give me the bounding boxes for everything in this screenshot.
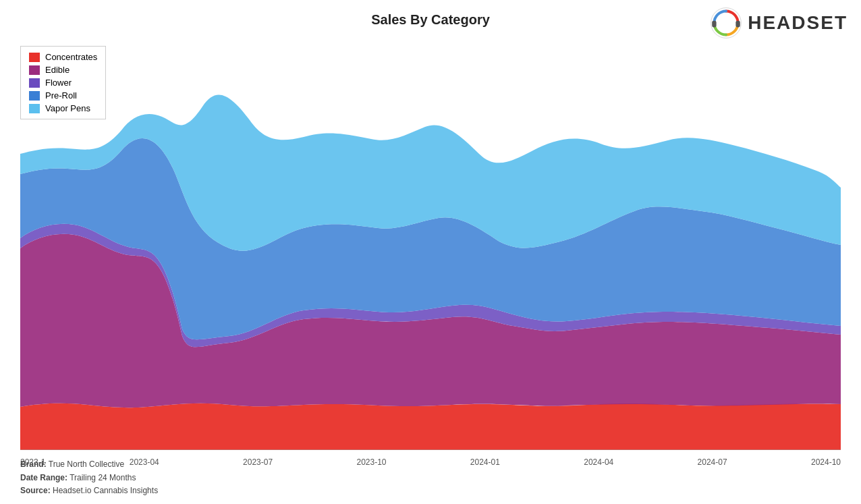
footer-brand: Brand: True North Collective	[20, 458, 158, 471]
footer-date-range-label: Date Range:	[20, 473, 67, 482]
legend-item-vaporpens: Vapor Pens	[29, 103, 97, 113]
footer-source-label: Source:	[20, 486, 51, 495]
chart-legend: Concentrates Edible Flower Pre-Roll Vapo…	[20, 46, 106, 119]
logo-text: HEADSET	[748, 12, 848, 34]
footer-date-range: Date Range: Trailing 24 Months	[20, 472, 158, 484]
x-label-2: 2023-07	[243, 457, 273, 467]
chart-area	[20, 39, 841, 450]
logo-icon	[710, 7, 742, 39]
x-label-4: 2024-01	[470, 457, 500, 467]
legend-label-edible: Edible	[45, 65, 70, 75]
area-concentrates	[20, 403, 841, 450]
legend-label-vaporpens: Vapor Pens	[45, 103, 90, 113]
legend-label-flower: Flower	[45, 78, 72, 88]
x-label-6: 2024-07	[698, 457, 727, 467]
legend-item-flower: Flower	[29, 78, 97, 88]
x-label-3: 2023-10	[356, 457, 386, 467]
legend-item-concentrates: Concentrates	[29, 52, 97, 62]
footer-date-range-value: Trailing 24 Months	[70, 473, 136, 482]
footer-source: Source: Headset.io Cannabis Insights	[20, 484, 158, 497]
legend-color-preroll	[29, 91, 40, 101]
legend-color-edible	[29, 65, 40, 75]
chart-svg	[20, 39, 841, 450]
legend-item-preroll: Pre-Roll	[29, 90, 97, 101]
chart-container: HEADSET Sales By Category Concentrates E…	[0, 0, 861, 504]
legend-color-concentrates	[29, 53, 40, 62]
footer-source-value: Headset.io Cannabis Insights	[53, 486, 158, 495]
footer-info: Brand: True North Collective Date Range:…	[20, 458, 158, 497]
svg-rect-2	[736, 21, 740, 28]
legend-item-edible: Edible	[29, 65, 97, 75]
footer-brand-value: True North Collective	[49, 459, 124, 469]
svg-rect-1	[712, 21, 716, 28]
x-label-7: 2024-10	[811, 457, 841, 467]
x-label-5: 2024-04	[584, 457, 613, 467]
legend-color-flower	[29, 78, 40, 88]
footer-brand-label: Brand:	[20, 459, 47, 469]
legend-label-concentrates: Concentrates	[45, 52, 97, 62]
legend-color-vaporpens	[29, 104, 40, 113]
logo: HEADSET	[710, 7, 848, 39]
legend-label-preroll: Pre-Roll	[45, 90, 77, 101]
